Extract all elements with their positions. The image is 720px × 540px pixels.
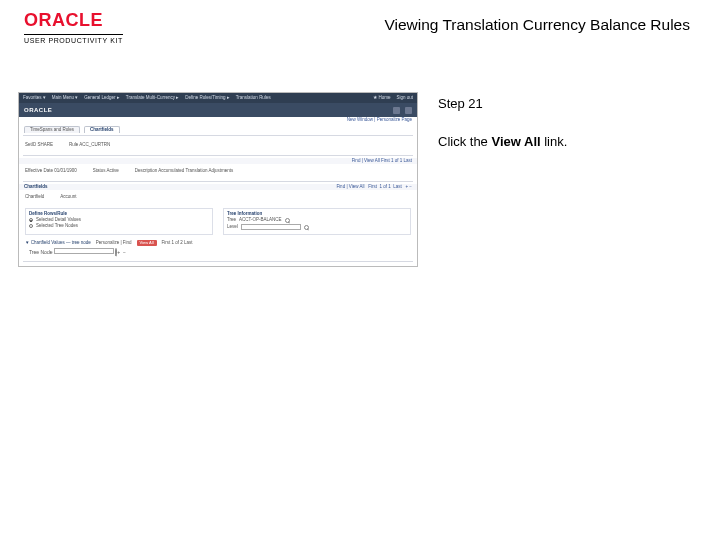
tab-timespans[interactable]: TimeSpans and Rules [24, 126, 80, 134]
upk-subtitle: USER PRODUCTIVITY KIT [24, 34, 123, 44]
panel-left-title: Define Rows/Rule [29, 212, 209, 217]
menu-item[interactable]: Main Menu ▾ [52, 96, 79, 101]
oracle-logo-block: ORACLE USER PRODUCTIVITY KIT [24, 10, 123, 44]
panel-define-rows: Define Rows/Rule Selected Detail Values … [25, 208, 213, 236]
chartfield-values-section: ▼ Chartfield Values — tree node Personal… [19, 238, 417, 259]
step-number: Step 21 [438, 96, 702, 111]
app-brand: ORACLE [24, 107, 52, 113]
flag-icon[interactable] [393, 107, 400, 114]
option-detail-values[interactable]: Selected Detail Values [36, 218, 81, 223]
tab-chartfields[interactable]: Chartfields [84, 126, 120, 134]
view-all-link[interactable]: View All [137, 240, 157, 246]
radio-icon[interactable] [29, 224, 33, 228]
radio-icon[interactable] [29, 218, 33, 222]
cf-section-title: ▼ Chartfield Values — tree node [25, 241, 91, 246]
level-field[interactable] [241, 224, 301, 230]
status-value: Status Active [93, 169, 119, 174]
panel-tree-info: Tree Information Tree ACCT-OP-BALANCE Le… [223, 208, 411, 236]
cf-personalize[interactable]: Personalize | Find [96, 241, 132, 246]
chartfield-value: Account [60, 195, 76, 200]
menu-item[interactable]: Define Rules/Timing ▸ [185, 96, 230, 101]
panel-right-title: Tree Information [227, 212, 407, 217]
description-value: Description Accumulated Translation Adju… [135, 169, 234, 174]
chartfield-row: Chartfield Account [19, 190, 417, 205]
app-brandbar: ORACLE [19, 103, 417, 117]
search-icon[interactable] [304, 225, 309, 230]
oracle-logo: ORACLE [24, 10, 123, 31]
option-tree-nodes[interactable]: Selected Tree Nodes [36, 224, 78, 229]
instruction-panel: Step 21 Click the View All link. [438, 92, 702, 267]
panels-row: Define Rows/Rule Selected Detail Values … [19, 205, 417, 239]
menu-item[interactable]: General Ledger ▸ [84, 96, 120, 101]
tab-strip: TimeSpans and Rules Chartfields [19, 124, 417, 134]
rule-label: Rule ACC_CURTRN [69, 143, 110, 148]
effective-date: Effective Date 01/01/1900 [25, 169, 77, 174]
tree-value: ACCT-OP-BALANCE [239, 218, 282, 223]
setid-row: SetID SHARE Rule ACC_CURTRN [19, 138, 417, 153]
grid-nav[interactable]: Find | View All First 1 of 1 Last [352, 159, 412, 164]
chartfield-label: Chartfield [25, 195, 44, 200]
chartfield-grid-nav[interactable]: Find | View All First 1 of 1 Last + − [336, 185, 412, 190]
search-icon[interactable] [285, 218, 290, 223]
document-header: ORACLE USER PRODUCTIVITY KIT Viewing Tra… [0, 0, 720, 48]
tree-node-field[interactable] [54, 248, 114, 254]
page-title: Viewing Translation Currency Balance Rul… [384, 16, 690, 34]
cf-pager[interactable]: First 1 of 2 Last [162, 241, 193, 246]
content-area: Favorites ▾ Main Menu ▾ General Ledger ▸… [0, 48, 720, 267]
menu-item[interactable]: Translation Rules [236, 96, 271, 101]
signout-link[interactable]: Sign out [396, 96, 413, 101]
home-link[interactable]: ★ Home [373, 96, 390, 101]
bottom-toolbar: Save Return to Search Notify Add Update/… [19, 264, 417, 267]
menu-item[interactable]: Favorites ▾ [23, 96, 46, 101]
tree-node-label: Tree Node [29, 249, 52, 255]
tree-label: Tree [227, 218, 236, 223]
setid-label: SetID SHARE [25, 143, 53, 148]
definition-row: Effective Date 01/01/1900 Status Active … [19, 164, 417, 179]
toolbox-icon[interactable] [405, 107, 412, 114]
step-instruction: Click the View All link. [438, 133, 702, 151]
app-menubar: Favorites ▾ Main Menu ▾ General Ledger ▸… [19, 93, 417, 103]
app-screenshot: Favorites ▾ Main Menu ▾ General Ledger ▸… [18, 92, 418, 267]
level-label: Level [227, 225, 238, 230]
menu-item[interactable]: Translate Multi-Currency ▸ [126, 96, 179, 101]
